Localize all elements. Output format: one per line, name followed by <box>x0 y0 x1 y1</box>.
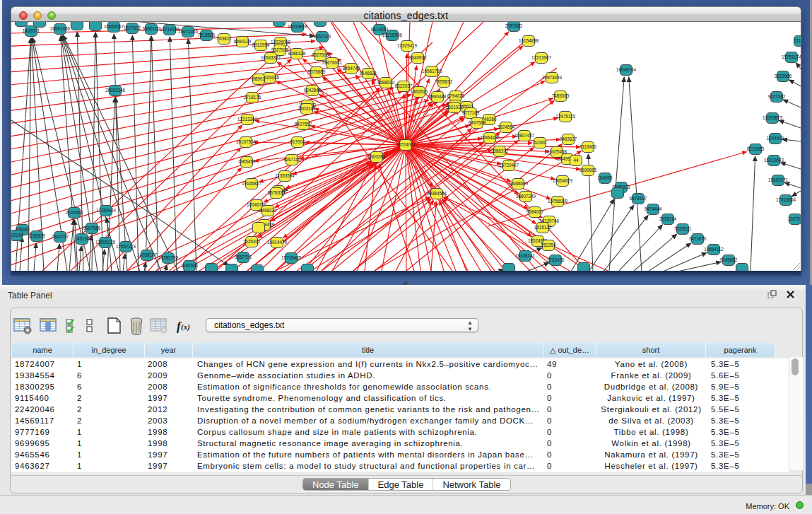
svg-text:3624554: 3624554 <box>498 124 515 129</box>
svg-text:20364436: 20364436 <box>480 135 500 140</box>
svg-text:1527602: 1527602 <box>124 25 141 30</box>
svg-text:19654923: 19654923 <box>553 178 573 183</box>
svg-text:13325419: 13325419 <box>397 43 418 48</box>
svg-text:44: 44 <box>573 158 579 163</box>
svg-text:10688609: 10688609 <box>508 181 529 186</box>
svg-text:(x): (x) <box>181 322 190 332</box>
svg-text:8660124: 8660124 <box>234 39 252 44</box>
svg-text:9699695: 9699695 <box>579 168 597 173</box>
svg-text:4267110: 4267110 <box>283 157 301 162</box>
svg-text:7357224: 7357224 <box>314 34 331 39</box>
svg-text:9084067: 9084067 <box>526 209 544 214</box>
svg-text:7386372: 7386372 <box>491 148 509 153</box>
svg-text:17957223: 17957223 <box>116 244 136 249</box>
svg-text:8186328: 8186328 <box>288 51 306 56</box>
svg-text:6479197: 6479197 <box>630 196 647 201</box>
svg-text:11172: 11172 <box>794 38 801 43</box>
svg-text:9329966: 9329966 <box>775 74 792 78</box>
svg-text:9777169: 9777169 <box>462 110 480 115</box>
svg-text:1192344: 1192344 <box>181 263 199 268</box>
svg-text:98901: 98901 <box>252 76 265 81</box>
svg-text:9857791: 9857791 <box>235 255 252 259</box>
svg-text:15716485: 15716485 <box>281 255 302 260</box>
svg-text:1733426: 1733426 <box>547 257 565 262</box>
svg-text:16914479: 16914479 <box>267 240 288 245</box>
svg-text:7632621: 7632621 <box>674 226 692 231</box>
svg-text:15720407: 15720407 <box>499 163 519 168</box>
svg-text:7485063: 7485063 <box>552 93 570 98</box>
svg-text:7515526: 7515526 <box>198 33 216 37</box>
svg-text:7625402: 7625402 <box>243 239 261 244</box>
svg-text:2020653: 2020653 <box>66 210 83 215</box>
svg-text:16543382: 16543382 <box>261 55 281 60</box>
svg-text:12213967: 12213967 <box>531 55 552 60</box>
svg-text:3498222: 3498222 <box>259 208 277 213</box>
svg-text:16782759: 16782759 <box>158 255 179 260</box>
svg-text:1362615: 1362615 <box>411 89 428 94</box>
svg-text:8990448: 8990448 <box>429 94 447 99</box>
svg-text:1405571: 1405571 <box>23 28 40 33</box>
svg-text:12975115: 12975115 <box>555 114 575 119</box>
svg-text:10654112: 10654112 <box>704 247 724 252</box>
svg-text:1156829: 1156829 <box>28 233 46 238</box>
svg-text:9245652: 9245652 <box>720 257 738 262</box>
svg-text:18807249: 18807249 <box>516 194 536 199</box>
svg-text:9227342: 9227342 <box>768 94 786 99</box>
svg-text:9327505: 9327505 <box>271 47 289 52</box>
svg-text:16033809: 16033809 <box>288 24 308 29</box>
svg-text:8640910: 8640910 <box>409 55 427 60</box>
svg-text:9327508: 9327508 <box>312 52 329 57</box>
svg-text:6794028: 6794028 <box>447 93 465 98</box>
svg-text:9146821: 9146821 <box>360 71 377 76</box>
svg-text:9474444: 9474444 <box>645 206 662 211</box>
svg-text:18724007: 18724007 <box>396 142 416 147</box>
svg-text:8454749: 8454749 <box>343 66 360 71</box>
svg-text:14958107: 14958107 <box>137 252 158 257</box>
svg-text:15751074: 15751074 <box>782 54 801 59</box>
svg-text:62160: 62160 <box>534 140 546 145</box>
svg-text:12505135: 12505135 <box>95 240 116 245</box>
svg-text:1965493: 1965493 <box>238 159 256 164</box>
svg-text:11353594: 11353594 <box>275 173 295 178</box>
svg-text:116753: 116753 <box>788 216 801 221</box>
svg-text:145194: 145194 <box>74 236 90 241</box>
svg-text:16154838: 16154838 <box>519 38 539 43</box>
svg-text:20691406: 20691406 <box>50 26 71 31</box>
svg-text:9375685: 9375685 <box>308 69 326 74</box>
svg-text:9242848: 9242848 <box>304 88 322 93</box>
svg-text:26676081: 26676081 <box>322 60 343 65</box>
svg-text:6466160: 6466160 <box>143 26 160 31</box>
svg-text:16136141: 16136141 <box>515 253 536 258</box>
svg-text:252254: 252254 <box>541 243 556 247</box>
svg-text:9097586: 9097586 <box>83 226 101 230</box>
svg-text:2588520: 2588520 <box>377 80 395 85</box>
svg-text:17016504: 17016504 <box>776 197 796 202</box>
svg-text:7955812: 7955812 <box>435 79 453 84</box>
svg-text:2935114: 2935114 <box>659 216 677 221</box>
svg-text:10719185: 10719185 <box>160 27 180 32</box>
svg-text:19756928: 19756928 <box>548 199 568 204</box>
svg-text:164095: 164095 <box>597 175 613 180</box>
svg-text:10107554: 10107554 <box>236 139 257 144</box>
svg-text:1615132: 1615132 <box>534 225 552 230</box>
svg-text:16648764: 16648764 <box>616 67 637 72</box>
svg-text:9463627: 9463627 <box>560 136 577 141</box>
svg-text:8215955: 8215955 <box>747 146 765 151</box>
svg-text:13226058: 13226058 <box>271 40 291 45</box>
svg-text:2087682: 2087682 <box>505 23 523 28</box>
svg-text:19218506: 19218506 <box>382 33 403 37</box>
svg-text:8912954: 8912954 <box>252 42 270 47</box>
svg-text:33159: 33159 <box>11 233 23 238</box>
svg-text:6497568: 6497568 <box>469 120 486 125</box>
svg-text:26053346: 26053346 <box>105 88 126 93</box>
svg-text:8678332: 8678332 <box>268 190 286 195</box>
svg-text:2718176: 2718176 <box>244 95 261 100</box>
svg-text:10973493: 10973493 <box>542 75 563 80</box>
svg-text:1244419: 1244419 <box>767 136 784 141</box>
svg-text:19384554: 19384554 <box>427 191 447 196</box>
svg-text:16671365: 16671365 <box>178 29 199 34</box>
svg-text:8427552: 8427552 <box>295 122 312 127</box>
svg-text:8322037: 8322037 <box>395 83 413 88</box>
svg-text:8813054: 8813054 <box>371 27 389 32</box>
svg-text:2300283: 2300283 <box>368 154 386 159</box>
